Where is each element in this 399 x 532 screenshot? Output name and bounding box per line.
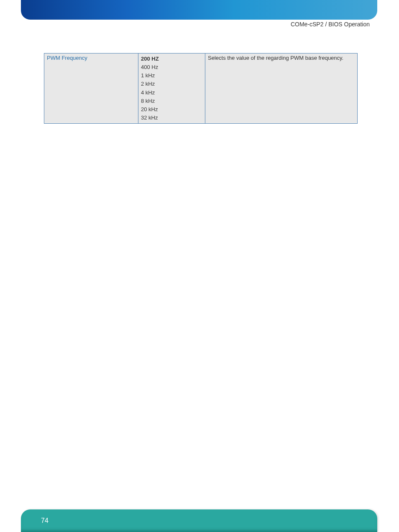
bios-settings-table: PWM Frequency 200 HZ 400 Hz 1 kHz 2 kHz … [44, 53, 358, 124]
value-option: 32 kHz [141, 115, 158, 121]
header-bar [21, 0, 377, 20]
value-option: 2 kHz [141, 81, 155, 87]
breadcrumb: COMe-cSP2 / BIOS Operation [291, 21, 370, 28]
setting-values: 200 HZ 400 Hz 1 kHz 2 kHz 4 kHz 8 kHz 20… [138, 53, 205, 124]
value-option: 200 HZ [141, 56, 159, 62]
setting-label: PWM Frequency [44, 53, 138, 124]
page-number: 74 [41, 517, 49, 524]
footer-bar: 74 [21, 509, 377, 532]
value-option: 1 kHz [141, 72, 155, 79]
table-row: PWM Frequency 200 HZ 400 Hz 1 kHz 2 kHz … [44, 53, 358, 124]
value-option: 20 kHz [141, 106, 158, 112]
content-area: PWM Frequency 200 HZ 400 Hz 1 kHz 2 kHz … [44, 53, 358, 124]
value-option: 4 kHz [141, 89, 155, 96]
setting-description: Selects the value of the regarding PWM b… [205, 53, 358, 124]
value-option: 400 Hz [141, 64, 158, 70]
value-option: 8 kHz [141, 98, 155, 104]
